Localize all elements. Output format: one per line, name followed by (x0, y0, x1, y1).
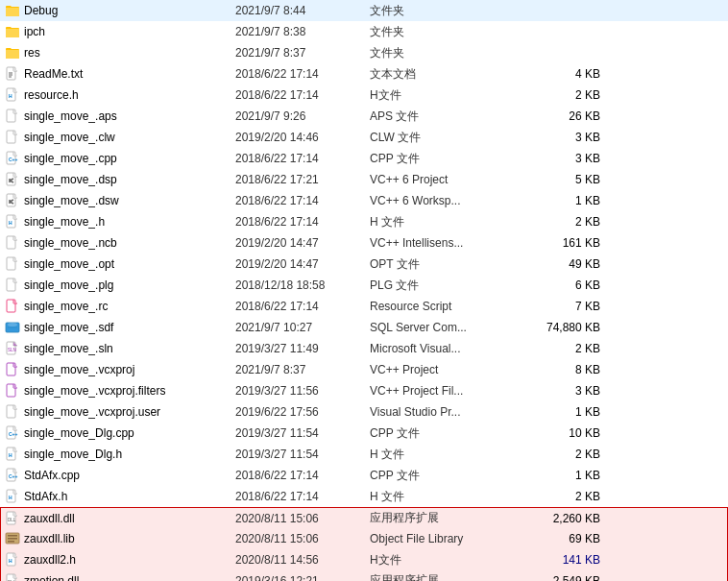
svg-rect-44 (8, 538, 17, 540)
rc-icon (5, 299, 20, 314)
file-name: DLL zauxdll.dll (5, 511, 235, 526)
file-date: 2019/6/22 17:56 (235, 405, 370, 419)
table-row[interactable]: single_move_.dsp 2018/6/22 17:21 VC++ 6 … (0, 169, 728, 190)
svg-text:DLL: DLL (8, 518, 16, 522)
file-type: 文件夹 (370, 24, 523, 40)
file-name: H resource.h (5, 87, 235, 103)
table-row[interactable]: H single_move_.h 2018/6/22 17:14 H 文件 2 … (0, 211, 728, 232)
file-date: 2018/6/22 17:14 (235, 88, 370, 102)
file-date: 2018/6/22 17:21 (235, 173, 370, 186)
file-name: DLL zmotion.dll (5, 573, 235, 582)
file-type: VC++ Project Fil... (370, 384, 523, 398)
h-icon: H (5, 489, 20, 504)
table-row[interactable]: DLL zmotion.dll 2019/3/16 12:21 应用程序扩展 2… (0, 570, 728, 581)
file-date: 2021/9/7 10:27 (235, 321, 370, 334)
cpp-icon: C++ (5, 468, 20, 483)
h-icon: H (5, 552, 20, 568)
table-row[interactable]: single_move_.vcxproj 2021/9/7 8:37 VC++ … (0, 359, 728, 380)
table-row[interactable]: C++ single_move_.cpp 2018/6/22 17:14 CPP… (0, 148, 728, 169)
table-row[interactable]: single_move_.ncb 2019/2/20 14:47 VC++ In… (0, 232, 728, 254)
file-size: 3 KB (523, 131, 600, 144)
file-date: 2018/6/22 17:14 (235, 469, 370, 482)
file-type: H 文件 (370, 214, 523, 230)
table-row[interactable]: zauxdll.lib 2020/8/11 15:06 Object File … (0, 528, 728, 549)
file-size: 6 KB (523, 278, 600, 292)
table-row[interactable]: single_move_.rc 2018/6/22 17:14 Resource… (0, 296, 728, 317)
file-date: 2019/2/20 14:47 (235, 236, 370, 250)
file-type: VC++ Project (370, 363, 523, 376)
table-row[interactable]: H single_move_Dlg.h 2019/3/27 11:54 H 文件… (0, 444, 728, 465)
cpp-icon: C++ (5, 425, 20, 441)
table-row[interactable]: single_move_.aps 2021/9/7 9:26 APS 文件 26… (0, 106, 728, 127)
file-size: 2 KB (523, 448, 600, 461)
svg-text:H: H (9, 93, 12, 99)
file-name: single_move_.dsp (5, 172, 235, 187)
table-row[interactable]: single_move_.sdf 2021/9/7 10:27 SQL Serv… (0, 317, 728, 338)
table-row[interactable]: single_move_.clw 2019/2/20 14:46 CLW 文件 … (0, 127, 728, 148)
table-row[interactable]: H StdAfx.h 2018/6/22 17:14 H 文件 2 KB (0, 486, 728, 507)
file-type: CPP 文件 (370, 425, 523, 442)
table-row[interactable]: res 2021/9/7 8:37 文件夹 (0, 42, 728, 63)
file-type: Microsoft Visual... (370, 342, 523, 355)
table-row[interactable]: single_move_.vcxproj.user 2019/6/22 17:5… (0, 401, 728, 423)
file-date: 2019/3/27 11:49 (235, 342, 370, 355)
file-type: VC++ 6 Project (370, 173, 523, 186)
file-name: single_move_.rc (5, 299, 235, 314)
table-row[interactable]: SLN single_move_.sln 2019/3/27 11:49 Mic… (0, 338, 728, 359)
table-row[interactable]: ipch 2021/9/7 8:38 文件夹 (0, 21, 728, 42)
filters-icon (5, 383, 20, 399)
table-row[interactable]: single_move_.plg 2018/12/18 18:58 PLG 文件… (0, 275, 728, 296)
file-size: 2 KB (523, 342, 600, 355)
file-size: 2 KB (523, 490, 600, 503)
file-size: 3 KB (523, 384, 600, 398)
file-type: PLG 文件 (370, 278, 523, 294)
table-row[interactable]: ReadMe.txt 2018/6/22 17:14 文本文档 4 KB (0, 63, 728, 85)
file-date: 2018/6/22 17:14 (235, 490, 370, 503)
table-row[interactable]: DLL zauxdll.dll 2020/8/11 15:06 应用程序扩展 2… (0, 507, 728, 528)
file-size: 161 KB (523, 236, 600, 250)
file-type: Resource Script (370, 300, 523, 313)
folder-icon (5, 3, 20, 18)
file-size: 2,549 KB (523, 574, 600, 582)
dsp-icon (5, 172, 20, 187)
dll-icon: DLL (5, 511, 20, 526)
file-name: Debug (5, 3, 235, 18)
table-row[interactable]: single_move_.dsw 2018/6/22 17:14 VC++ 6 … (0, 190, 728, 211)
file-size: 2,260 KB (523, 512, 600, 525)
table-row[interactable]: H zauxdll2.h 2020/8/11 14:56 H文件 141 KB (0, 549, 728, 570)
folder-icon (5, 24, 20, 39)
file-date: 2019/3/16 12:21 (235, 574, 370, 582)
file-name: single_move_.clw (5, 130, 235, 145)
file-type: H文件 (370, 87, 523, 104)
file-list: Debug 2021/9/7 8:44 文件夹 ipch 2021/9/7 8:… (0, 0, 728, 581)
file-date: 2020/8/11 15:06 (235, 512, 370, 525)
table-row[interactable]: single_move_.vcxproj.filters 2019/3/27 1… (0, 380, 728, 401)
file-type: SQL Server Com... (370, 321, 523, 334)
file-date: 2019/3/27 11:56 (235, 384, 370, 398)
dsw-icon (5, 193, 20, 208)
svg-text:C++: C++ (9, 157, 18, 162)
file-size: 3 KB (523, 152, 600, 165)
file-date: 2018/6/22 17:14 (235, 194, 370, 207)
file-date: 2018/12/18 18:58 (235, 278, 370, 292)
file-type: CLW 文件 (370, 130, 523, 146)
table-row[interactable]: H resource.h 2018/6/22 17:14 H文件 2 KB (0, 85, 728, 106)
table-row[interactable]: single_move_.opt 2019/2/20 14:47 OPT 文件 … (0, 254, 728, 275)
file-type: H 文件 (370, 447, 523, 463)
file-size: 8 KB (523, 363, 600, 376)
file-date: 2019/2/20 14:47 (235, 257, 370, 271)
lib-icon (5, 531, 20, 546)
folder-icon (5, 45, 20, 61)
dll-icon: DLL (5, 573, 20, 582)
table-row[interactable]: Debug 2021/9/7 8:44 文件夹 (0, 0, 728, 21)
file-type: VC++ 6 Worksp... (370, 194, 523, 207)
table-row[interactable]: C++ StdAfx.cpp 2018/6/22 17:14 CPP 文件 1 … (0, 465, 728, 486)
table-row[interactable]: C++ single_move_Dlg.cpp 2019/3/27 11:54 … (0, 423, 728, 444)
cpp-icon: C++ (5, 151, 20, 166)
file-name: C++ single_move_.cpp (5, 151, 235, 166)
file-name: single_move_.vcxproj (5, 362, 235, 377)
file-name: SLN single_move_.sln (5, 341, 235, 356)
file-type: Object File Library (370, 532, 523, 545)
file-date: 2018/6/22 17:14 (235, 300, 370, 313)
svg-text:H: H (9, 220, 12, 226)
